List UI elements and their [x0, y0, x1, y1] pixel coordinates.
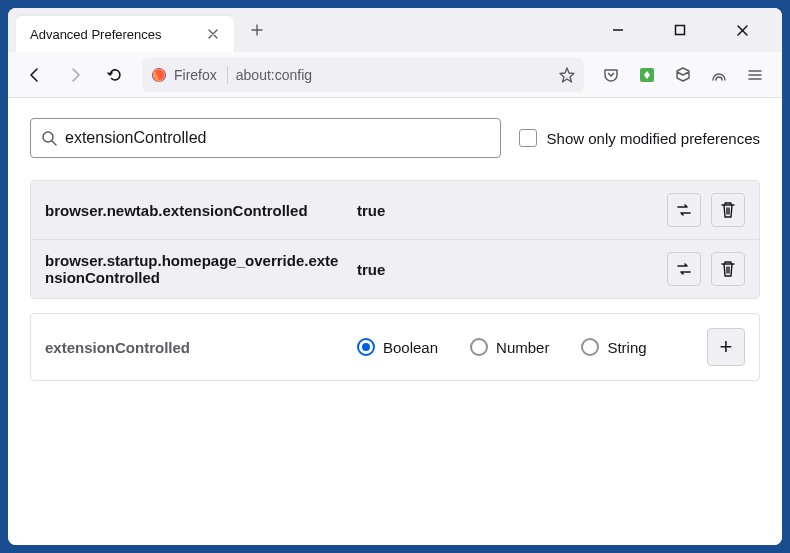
- pocket-button[interactable]: [594, 58, 628, 92]
- toggle-button[interactable]: [667, 252, 701, 286]
- svg-rect-0: [676, 26, 685, 35]
- radio-string[interactable]: String: [581, 338, 646, 356]
- search-icon: [41, 130, 57, 146]
- extension-button[interactable]: [630, 58, 664, 92]
- titlebar: Advanced Preferences: [8, 8, 782, 52]
- radio-label: String: [607, 339, 646, 356]
- modified-only-label: Show only modified preferences: [547, 130, 760, 147]
- forward-button[interactable]: [58, 58, 92, 92]
- pref-actions: [667, 252, 745, 286]
- maximize-button[interactable]: [658, 14, 702, 46]
- radio-icon: [357, 338, 375, 356]
- app-menu-button[interactable]: [738, 58, 772, 92]
- modified-only-toggle[interactable]: Show only modified preferences: [519, 129, 760, 147]
- pref-name: browser.newtab.extensionControlled: [45, 202, 345, 219]
- radio-number[interactable]: Number: [470, 338, 549, 356]
- search-box[interactable]: [30, 118, 501, 158]
- about-config-content: Show only modified preferences browser.n…: [8, 98, 782, 545]
- firefox-logo-icon: [150, 66, 168, 84]
- new-pref-name: extensionControlled: [45, 339, 345, 356]
- search-row: Show only modified preferences: [30, 118, 760, 158]
- type-radio-group: Boolean Number String: [357, 338, 695, 356]
- new-tab-button[interactable]: [246, 19, 268, 41]
- reload-button[interactable]: [98, 58, 132, 92]
- pref-actions: [667, 193, 745, 227]
- checkbox-icon: [519, 129, 537, 147]
- pref-table: browser.newtab.extensionControlled true …: [30, 180, 760, 299]
- url-input[interactable]: [236, 67, 550, 83]
- new-pref-row: extensionControlled Boolean Number Strin…: [30, 313, 760, 381]
- window-controls: [586, 14, 774, 46]
- tab-advanced-preferences[interactable]: Advanced Preferences: [16, 16, 234, 52]
- back-button[interactable]: [18, 58, 52, 92]
- navbar: Firefox: [8, 52, 782, 98]
- browser-window: Advanced Preferences: [8, 8, 782, 545]
- radio-boolean[interactable]: Boolean: [357, 338, 438, 356]
- identity-label: Firefox: [174, 67, 217, 83]
- radio-icon: [581, 338, 599, 356]
- radio-icon: [470, 338, 488, 356]
- minimize-button[interactable]: [596, 14, 640, 46]
- pref-name: browser.startup.homepage_override.extens…: [45, 252, 345, 286]
- toggle-button[interactable]: [667, 193, 701, 227]
- pref-row[interactable]: browser.newtab.extensionControlled true: [31, 181, 759, 239]
- search-input[interactable]: [65, 129, 490, 147]
- tab-title: Advanced Preferences: [30, 27, 162, 42]
- account-button[interactable]: [702, 58, 736, 92]
- radio-label: Number: [496, 339, 549, 356]
- inbox-button[interactable]: [666, 58, 700, 92]
- urlbar[interactable]: Firefox: [142, 58, 584, 92]
- bookmark-star-icon[interactable]: [558, 66, 576, 84]
- close-icon[interactable]: [202, 23, 224, 45]
- pref-value: true: [357, 202, 655, 219]
- pref-value: true: [357, 261, 655, 278]
- delete-button[interactable]: [711, 252, 745, 286]
- radio-label: Boolean: [383, 339, 438, 356]
- add-button[interactable]: +: [707, 328, 745, 366]
- pref-row[interactable]: browser.startup.homepage_override.extens…: [31, 239, 759, 298]
- toolbar-buttons: [594, 58, 772, 92]
- close-window-button[interactable]: [720, 14, 764, 46]
- identity-box[interactable]: Firefox: [150, 66, 228, 84]
- tabstrip: Advanced Preferences: [8, 8, 586, 52]
- delete-button[interactable]: [711, 193, 745, 227]
